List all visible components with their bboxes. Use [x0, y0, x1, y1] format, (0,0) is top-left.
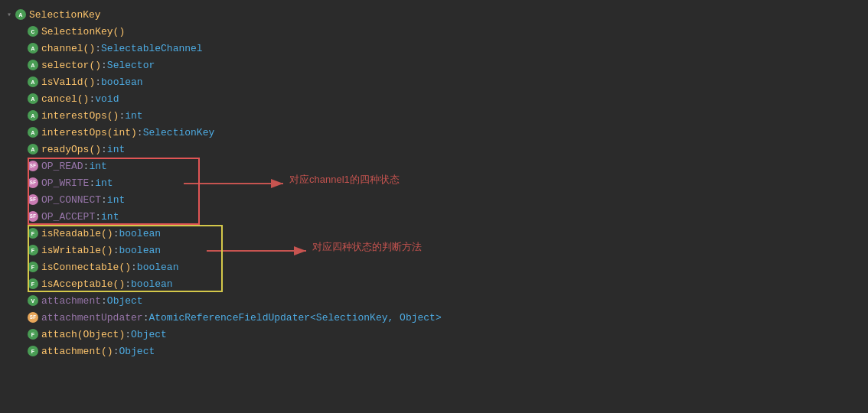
return-type: int	[95, 177, 113, 189]
colon: :	[113, 245, 119, 256]
item-name: OP_ACCEPT	[41, 211, 95, 223]
item-name: isReadable()	[41, 228, 113, 239]
field-icon: SF	[28, 177, 38, 188]
item-name: isConnectable()	[41, 262, 131, 273]
list-item[interactable]: F attach(Object) : Object	[0, 326, 868, 343]
item-name: OP_WRITE	[41, 177, 89, 189]
return-type: Object	[131, 329, 167, 340]
colon: :	[113, 228, 119, 239]
return-type: Selector	[107, 60, 155, 71]
colon: :	[101, 60, 107, 71]
colon: :	[89, 177, 95, 189]
item-name: readyOps()	[41, 144, 101, 155]
is-section: F isReadable() : boolean F isWritable() …	[0, 225, 868, 292]
method-icon: F	[28, 346, 38, 356]
list-item[interactable]: SF OP_CONNECT : int	[0, 191, 868, 208]
list-item[interactable]: SF OP_WRITE : int	[0, 174, 868, 191]
list-item[interactable]: SF OP_READ : int	[0, 158, 868, 174]
item-name: attachment	[41, 295, 101, 307]
colon: :	[95, 211, 101, 223]
item-name: isAcceptable()	[41, 278, 125, 290]
colon: :	[113, 346, 119, 357]
method-icon: F	[28, 245, 38, 255]
colon: :	[125, 329, 131, 340]
colon: :	[125, 278, 131, 290]
colon: :	[119, 110, 125, 122]
list-item[interactable]: F isConnectable() : boolean	[0, 259, 868, 275]
return-type: SelectionKey	[143, 127, 215, 138]
item-name: attach(Object)	[41, 329, 125, 340]
list-item[interactable]: F isWritable() : boolean	[0, 242, 868, 259]
return-type: boolean	[131, 278, 173, 290]
field-icon: SF	[28, 194, 38, 205]
item-name: isWritable()	[41, 245, 113, 256]
return-type: boolean	[101, 76, 143, 88]
item-name: interestOps(int)	[41, 127, 137, 138]
item-name: selector()	[41, 60, 101, 71]
method-icon: A	[28, 110, 38, 121]
list-item[interactable]: SF OP_ACCEPT : int	[0, 208, 868, 225]
method-icon: C	[28, 26, 38, 37]
return-type: SelectableChannel	[101, 43, 203, 54]
item-name: cancel()	[41, 93, 89, 105]
root-class-name: SelectionKey	[29, 9, 101, 21]
list-item[interactable]: A readyOps() : int	[0, 141, 868, 158]
colon: :	[83, 161, 90, 172]
field-icon: V	[28, 295, 38, 306]
method-icon: F	[28, 278, 38, 289]
return-type: int	[101, 211, 119, 223]
list-item[interactable]: A selector() : Selector	[0, 57, 868, 73]
return-type: void	[95, 93, 119, 105]
list-item[interactable]: F isReadable() : boolean	[0, 225, 868, 242]
return-type: int	[107, 144, 125, 155]
method-icon: F	[28, 228, 38, 239]
expand-icon[interactable]: ▾	[3, 10, 15, 19]
item-name: OP_READ	[41, 161, 83, 172]
return-type: int	[107, 194, 125, 206]
method-icon: A	[28, 60, 38, 70]
colon: :	[101, 194, 107, 206]
return-type: boolean	[119, 228, 161, 239]
list-item[interactable]: A isValid() : boolean	[0, 73, 868, 90]
op-section: SF OP_READ : int SF OP_WRITE : int SF OP…	[0, 158, 868, 225]
list-item[interactable]: C SelectionKey()	[0, 23, 868, 40]
colon: :	[95, 76, 101, 88]
colon: :	[89, 93, 95, 105]
list-item[interactable]: A cancel() : void	[0, 90, 868, 107]
list-item[interactable]: A interestOps() : int	[0, 107, 868, 124]
return-type: int	[89, 161, 106, 172]
list-item[interactable]: A interestOps(int) : SelectionKey	[0, 124, 868, 141]
list-item[interactable]: SF attachmentUpdater : AtomicReferenceFi…	[0, 309, 868, 326]
return-type: AtomicReferenceFieldUpdater<SelectionKey…	[148, 312, 441, 324]
item-name: isValid()	[41, 76, 95, 88]
item-name: OP_CONNECT	[41, 194, 101, 206]
colon: :	[137, 127, 143, 138]
colon: :	[101, 144, 107, 155]
list-item[interactable]: V attachment : Object	[0, 292, 868, 309]
field-icon: SF	[28, 312, 38, 323]
item-name: channel()	[41, 43, 95, 54]
method-icon: A	[28, 76, 38, 87]
tree-root[interactable]: ▾ A SelectionKey	[0, 6, 868, 23]
method-icon: A	[28, 43, 38, 54]
colon: :	[101, 295, 107, 307]
colon: :	[95, 43, 101, 54]
list-item[interactable]: A channel() : SelectableChannel	[0, 40, 868, 57]
method-icon: A	[28, 127, 38, 138]
class-tree: ▾ A SelectionKey C SelectionKey() A chan…	[0, 0, 868, 366]
item-name: interestOps()	[41, 110, 119, 122]
return-type: int	[125, 110, 142, 122]
return-type: Object	[119, 346, 155, 357]
colon: :	[143, 312, 149, 324]
method-icon: F	[28, 329, 38, 340]
list-item[interactable]: F attachment() : Object	[0, 343, 868, 359]
item-name: attachmentUpdater	[41, 312, 143, 324]
list-item[interactable]: F isAcceptable() : boolean	[0, 275, 868, 292]
return-type: boolean	[137, 262, 179, 273]
method-icon: A	[28, 93, 38, 104]
method-icon: A	[28, 144, 38, 154]
item-name: attachment()	[41, 346, 113, 357]
return-type: Object	[107, 295, 143, 307]
field-icon: SF	[28, 161, 38, 171]
item-name: SelectionKey()	[41, 26, 125, 37]
